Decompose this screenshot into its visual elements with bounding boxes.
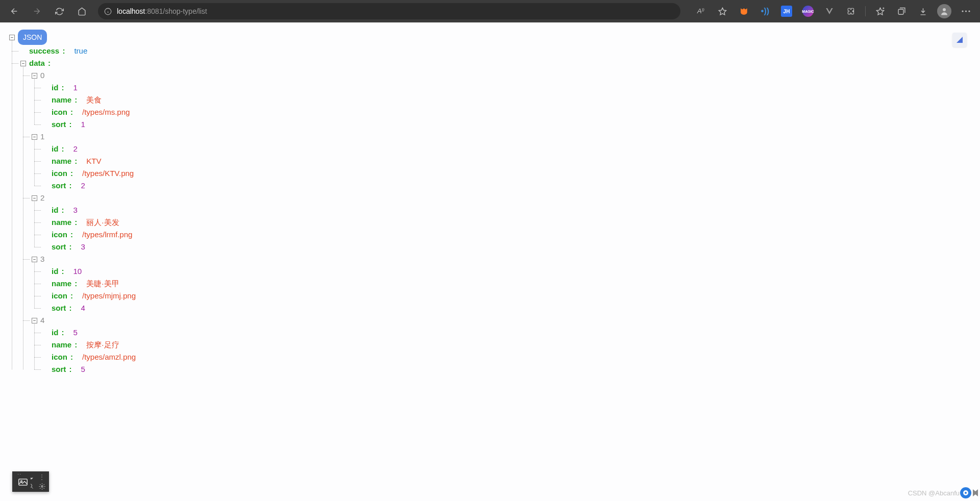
key-id: id (52, 265, 58, 278)
val-id: 2 (74, 143, 78, 155)
watermark-text: CSDN @Abcanfu (908, 489, 960, 497)
read-aloud-button[interactable]: A)) (691, 2, 711, 20)
page-viewport[interactable]: − JSON success : true − data : − 0 (0, 22, 980, 501)
svg-point-11 (968, 10, 970, 12)
gear-icon[interactable] (38, 482, 46, 490)
home-button[interactable] (71, 2, 92, 20)
collapse-toggle[interactable]: − (32, 73, 37, 79)
json-tree: − JSON success : true − data : − 0 (0, 22, 980, 383)
val-icon: /types/lrmf.png (82, 229, 132, 241)
refresh-button[interactable] (49, 2, 69, 20)
extension-sound-icon[interactable]: •)) (755, 2, 775, 20)
svg-marker-3 (719, 8, 726, 14)
collapse-toggle[interactable]: − (32, 195, 37, 201)
profile-button[interactable] (934, 2, 954, 20)
key-name: name (52, 155, 71, 167)
val-sort: 2 (81, 180, 85, 192)
key-sort: sort (52, 363, 66, 375)
avatar-icon (937, 4, 951, 18)
val-sort: 4 (81, 302, 85, 314)
json-root-badge: JSON (18, 30, 47, 45)
image-icon (18, 479, 28, 486)
extensions-button[interactable] (841, 2, 861, 20)
collapse-toggle[interactable]: − (9, 35, 15, 40)
val-name: 美睫·美甲 (86, 278, 119, 290)
key-icon: icon (52, 351, 67, 363)
val-icon: /types/mjmj.png (82, 290, 136, 302)
val-icon: /types/ms.png (82, 106, 130, 118)
screenshot-button[interactable] (15, 474, 31, 490)
val-id: 10 (74, 265, 82, 278)
puzzle-icon (847, 7, 855, 16)
key-sort: sort (52, 241, 66, 253)
downloads-button[interactable] (913, 2, 933, 20)
svg-point-10 (965, 10, 966, 12)
collapse-toggle[interactable]: − (20, 61, 26, 66)
favorite-button[interactable] (712, 2, 732, 20)
array-index: 1 (40, 131, 44, 143)
info-icon (104, 8, 112, 15)
val-icon: /types/amzl.png (82, 351, 136, 363)
key-id: id (52, 204, 58, 216)
assistant-button[interactable] (960, 487, 978, 499)
array-index: 2 (40, 192, 44, 204)
val-name: 美食 (86, 94, 102, 106)
key-name: name (52, 339, 71, 351)
val-id: 1 (74, 82, 78, 94)
val-name: 丽人·美发 (86, 216, 119, 229)
svg-rect-7 (898, 9, 903, 14)
svg-point-14 (965, 492, 967, 494)
svg-marker-4 (876, 8, 884, 14)
svg-point-9 (962, 10, 963, 12)
val-id: 3 (74, 204, 78, 216)
val-sort: 3 (81, 241, 85, 253)
svg-line-22 (32, 487, 33, 489)
val-success: true (74, 45, 87, 57)
val-id: 5 (74, 327, 78, 339)
key-sort: sort (52, 302, 66, 314)
browser-toolbar: localhost:8081/shop-type/list A)) •)) JH… (0, 0, 980, 22)
key-success: success (29, 45, 59, 57)
extension-fox-icon[interactable] (733, 2, 754, 20)
collapse-toggle[interactable]: − (32, 257, 37, 262)
key-icon: icon (52, 290, 67, 302)
key-sort: sort (52, 180, 66, 192)
url-text: localhost:8081/shop-type/list (117, 7, 207, 15)
array-index: 3 (40, 253, 44, 265)
key-id: id (52, 143, 58, 155)
address-bar[interactable]: localhost:8081/shop-type/list (98, 3, 680, 19)
collections-icon (897, 7, 906, 16)
key-icon: icon (52, 229, 67, 241)
collapse-toggle[interactable]: − (32, 318, 37, 323)
svg-rect-24 (19, 479, 28, 485)
star-plus-icon (876, 7, 885, 16)
extension-magic-icon[interactable]: MAGIC (798, 2, 818, 20)
ellipsis-icon (962, 10, 970, 12)
key-name: name (52, 216, 71, 229)
key-sort: sort (52, 118, 66, 131)
val-icon: /types/KTV.png (82, 167, 134, 180)
key-icon: icon (52, 167, 67, 180)
collections-button[interactable] (891, 2, 912, 20)
val-name: 按摩·足疗 (86, 339, 119, 351)
favorites-list-button[interactable] (870, 2, 890, 20)
key-name: name (52, 278, 71, 290)
key-name: name (52, 94, 71, 106)
star-icon (718, 7, 727, 16)
key-id: id (52, 82, 58, 94)
svg-point-23 (41, 485, 42, 487)
back-button[interactable] (4, 2, 24, 20)
extension-jh-icon[interactable]: JH (776, 2, 797, 20)
key-id: id (52, 327, 58, 339)
collapse-toggle[interactable]: − (32, 134, 37, 140)
extension-v-icon[interactable] (819, 2, 840, 20)
val-sort: 1 (81, 118, 85, 131)
array-index: 0 (40, 69, 44, 82)
download-icon (919, 7, 927, 16)
forward-button[interactable] (27, 2, 47, 20)
ime-dots-icon[interactable]: ⋮ (38, 473, 46, 481)
svg-point-8 (943, 8, 946, 11)
val-name: KTV (86, 155, 101, 167)
more-button[interactable] (955, 2, 976, 20)
val-sort: 5 (81, 363, 85, 375)
